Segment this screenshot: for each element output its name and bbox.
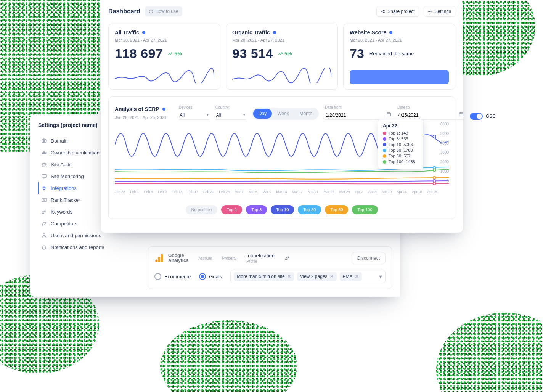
svg-rect-6 — [161, 254, 163, 262]
svg-rect-7 — [158, 257, 160, 262]
metric-website-score[interactable]: Website Score Mar 28, 2021 - Apr 27, 202… — [343, 24, 455, 90]
goals-tagbox[interactable]: More than 5 min on site✕ View 2 pages✕ P… — [230, 270, 386, 283]
period-day[interactable]: Day — [253, 109, 272, 119]
svg-point-1 — [43, 163, 46, 166]
svg-rect-8 — [155, 260, 157, 262]
metric-value: 93 514 — [232, 46, 273, 61]
svg-rect-15 — [459, 113, 463, 116]
metric-organic-traffic[interactable]: Organic Traffic Mar 28, 2021 - Apr 27, 2… — [226, 24, 338, 90]
rocket-icon — [41, 221, 47, 227]
period-month[interactable]: Month — [294, 109, 318, 119]
rank-icon — [41, 197, 47, 203]
chart-tooltip: Apr 22 Top 1: 148 Top 3: 555 Top 10: 509… — [378, 119, 424, 169]
gsc-label: GSC — [486, 114, 496, 119]
period-week[interactable]: Week — [272, 109, 294, 119]
chart-yaxis: 6000500040003000200010000 — [440, 122, 449, 183]
goal-tag: More than 5 min on site✕ — [234, 272, 294, 281]
svg-rect-2 — [42, 175, 46, 178]
monitor-icon — [41, 174, 47, 179]
serp-panel: Analysis of SERP Jan 28, 2021 - Apr 25, … — [108, 96, 455, 219]
devices-select[interactable]: All — [179, 111, 209, 120]
legend-top30[interactable]: Top 30 — [298, 205, 321, 214]
how-to-use-button[interactable]: How to use — [145, 6, 182, 16]
trend-up: 5% — [167, 51, 182, 56]
radio-goals[interactable]: Goals — [199, 273, 222, 280]
chart-xaxis: Jan 28Feb 1Feb 5Feb 9Feb 13Feb 17Feb 21F… — [115, 190, 449, 194]
share-project-button[interactable]: Share project — [376, 6, 419, 17]
settings-button[interactable]: Settings — [424, 6, 455, 17]
legend-top10[interactable]: Top 10 — [271, 205, 294, 214]
svg-point-16 — [433, 135, 436, 138]
legend-no-position[interactable]: No position — [186, 205, 217, 214]
metric-title: Website Score — [350, 29, 386, 35]
edit-icon[interactable] — [284, 255, 290, 261]
legend-top1[interactable]: Top 1 — [221, 205, 242, 214]
bell-icon — [41, 244, 47, 250]
serp-date-range: Jan 28, 2021 - Apr 25, 2021 — [115, 115, 167, 120]
metric-all-traffic[interactable]: All Traffic Mar 28, 2021 - Apr 27, 2021 … — [108, 24, 220, 90]
radio-ecommerce[interactable]: Ecommerce — [154, 273, 191, 280]
ga-profile-value: monetization — [246, 253, 275, 259]
tag-remove-icon[interactable]: ✕ — [287, 274, 291, 279]
svg-point-18 — [433, 169, 436, 172]
date-to-input[interactable] — [397, 111, 464, 120]
svg-point-5 — [43, 234, 45, 236]
devices-label: Devices: — [179, 105, 209, 109]
svg-point-19 — [433, 177, 436, 179]
dashboard-header: Dashboard How to use Share project Setti… — [108, 6, 455, 17]
legend-top50[interactable]: Top 50 — [325, 205, 348, 214]
bug-icon — [41, 162, 47, 167]
tag-remove-icon[interactable]: ✕ — [355, 274, 359, 279]
date-from-label: Date from — [325, 105, 391, 109]
nav-notifications[interactable]: Notifications and reports — [38, 241, 114, 253]
google-analytics-panel: GoogleAnalytics Account Property monetiz… — [148, 246, 392, 289]
goal-tag: PMA✕ — [340, 272, 362, 281]
svg-point-13 — [429, 11, 431, 12]
tag-remove-icon[interactable]: ✕ — [330, 274, 334, 279]
serp-chart: 6000500040003000200010000 Jan 28Feb 1Feb… — [115, 122, 449, 202]
gsc-toggle[interactable] — [470, 113, 483, 120]
key-icon — [41, 209, 47, 215]
score-bar — [350, 70, 449, 84]
decor-blob — [436, 313, 543, 392]
sparkline — [115, 68, 214, 83]
metric-date: Mar 28, 2021 - Apr 27, 2021 — [350, 38, 449, 42]
svg-point-21 — [433, 182, 436, 185]
metric-date: Mar 28, 2021 - Apr 27, 2021 — [232, 38, 331, 42]
ga-icon — [154, 253, 165, 263]
period-segmented: Day Week Month — [252, 108, 319, 120]
ga-property-label: Property — [222, 256, 237, 260]
legend-top100[interactable]: Top 100 — [352, 205, 378, 214]
decor-blob — [160, 320, 297, 392]
svg-point-20 — [433, 180, 436, 182]
plug-icon — [41, 185, 47, 191]
chevron-down-icon[interactable]: ▾ — [379, 273, 382, 280]
country-label: Country: — [215, 105, 246, 109]
calendar-icon — [386, 112, 391, 117]
score-status: Remained the same — [369, 51, 414, 56]
metric-date: Mar 28, 2021 - Apr 27, 2021 — [115, 38, 214, 42]
serp-legend: No position Top 1 Top 3 Top 10 Top 30 To… — [115, 205, 449, 214]
svg-point-4 — [42, 212, 44, 214]
date-from-input[interactable] — [325, 111, 391, 120]
ga-logo: GoogleAnalytics — [154, 253, 188, 263]
metric-title: Organic Traffic — [232, 29, 270, 35]
svg-rect-14 — [387, 113, 391, 116]
sparkline — [232, 68, 331, 83]
ga-account-label: Account — [198, 256, 212, 260]
calendar-icon — [459, 112, 464, 117]
info-dot-icon — [273, 31, 276, 34]
tooltip-date: Apr 22 — [383, 123, 419, 129]
dashboard-card: Dashboard How to use Share project Setti… — [101, 0, 463, 233]
globe-icon — [41, 138, 47, 144]
metric-title: All Traffic — [115, 29, 139, 35]
metric-value: 118 697 — [115, 46, 163, 61]
country-select[interactable]: All — [215, 111, 246, 120]
metric-value: 73 — [350, 46, 364, 61]
legend-top3[interactable]: Top 3 — [246, 205, 267, 214]
info-dot-icon — [162, 108, 165, 111]
disconnect-button[interactable]: Disconnect — [352, 252, 386, 264]
gear-icon — [428, 9, 432, 14]
help-icon — [149, 9, 153, 14]
crown-icon — [41, 150, 47, 156]
